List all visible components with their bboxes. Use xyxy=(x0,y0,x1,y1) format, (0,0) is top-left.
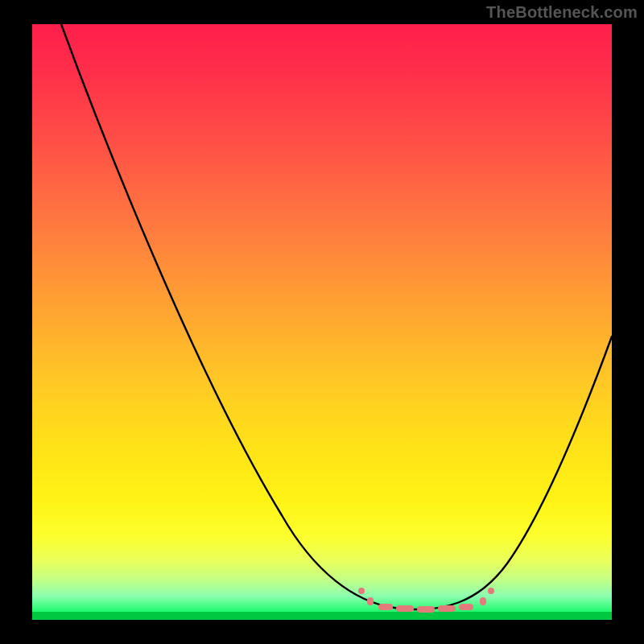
chart-frame: TheBottleneck.com xyxy=(0,0,644,644)
curve-svg xyxy=(32,24,612,620)
plot-area xyxy=(32,24,612,620)
bottleneck-curve xyxy=(61,24,612,609)
watermark-text: TheBottleneck.com xyxy=(486,3,638,22)
